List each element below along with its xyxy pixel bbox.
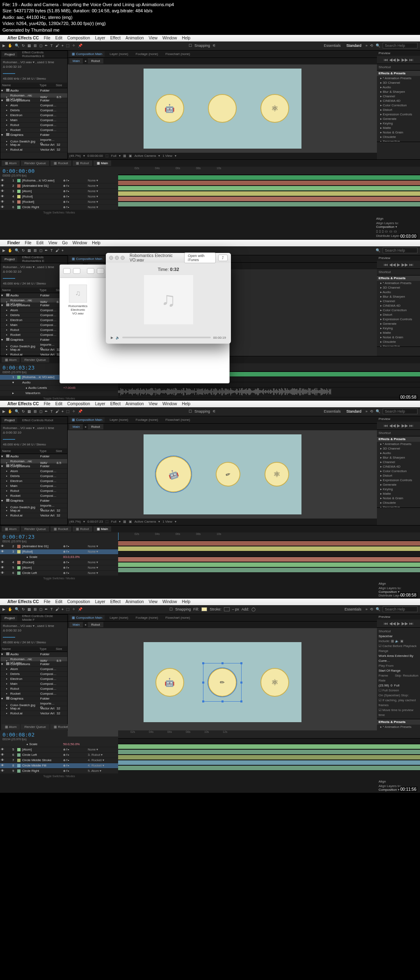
- project-item[interactable]: ▪Robot.aiVector Art32: [0, 513, 67, 518]
- tab-project[interactable]: Project: [2, 52, 17, 57]
- workspace-standard[interactable]: Standard: [345, 43, 363, 48]
- menu-animation[interactable]: Animation: [126, 36, 144, 40]
- fx-category[interactable]: ▸ Matte: [377, 491, 420, 496]
- align-right-icon[interactable]: ▯: [382, 230, 383, 233]
- fx-category[interactable]: ▸ Obsolete: [377, 500, 420, 505]
- project-item[interactable]: ▪RocketComposi…: [0, 333, 67, 337]
- tl-tab-rocket[interactable]: ▦ Rocket: [50, 161, 71, 166]
- snapping-toggle[interactable]: Snapping: [194, 44, 210, 48]
- project-item[interactable]: ▾GraphicsFolder: [0, 337, 67, 342]
- fx-category[interactable]: ▸ Matte: [377, 330, 420, 335]
- fx-category[interactable]: ▸ Audio: [377, 85, 420, 90]
- layer-row[interactable]: 👁7Circle Middle Stroke⊕ f⚬4. Rocket ▾: [0, 758, 118, 763]
- fx-category[interactable]: ▸ Keying: [377, 121, 420, 126]
- fx-category[interactable]: ▸ Generate: [377, 321, 420, 326]
- fx-category[interactable]: ▸ Noise & Grain: [377, 496, 420, 500]
- tab-layer[interactable]: Layer (none): [107, 51, 130, 57]
- robot-circle[interactable]: 🤖: [155, 668, 184, 697]
- fx-category[interactable]: ▸ Perspective: [377, 344, 420, 347]
- fx-category[interactable]: ▸ CINEMA 4D: [377, 303, 420, 308]
- menu-view[interactable]: View: [149, 36, 158, 40]
- view-count[interactable]: 1 View: [162, 154, 172, 158]
- anchor-tool-icon[interactable]: ⊞: [34, 44, 37, 48]
- layer-row[interactable]: 👁8Circle Middle Fill⊕ f⚬4. Rocket ▾: [0, 763, 118, 769]
- footer-icon[interactable]: ⬚: [105, 154, 109, 158]
- fx-category[interactable]: ▸ Color Correction: [377, 469, 420, 473]
- minimize-icon[interactable]: [115, 256, 119, 260]
- tl-tab-atom[interactable]: ▦ Atom: [2, 161, 20, 166]
- back-button[interactable]: [63, 268, 71, 274]
- fx-category[interactable]: ▸ Channel: [377, 299, 420, 303]
- fx-category[interactable]: ▸ Noise & Grain: [377, 335, 420, 340]
- layer-row[interactable]: 👁6Circle Left⊕ f⚬None ▾: [0, 571, 118, 576]
- tl-tab-rq[interactable]: Render Queue: [21, 161, 49, 166]
- camera-view[interactable]: Active Camera: [135, 154, 156, 158]
- project-item[interactable]: ▪ElectronComposi…: [0, 677, 67, 682]
- search-help-input[interactable]: [383, 248, 418, 253]
- open-with-button[interactable]: Open with iTunes: [184, 252, 216, 263]
- fx-category[interactable]: ▸ Noise & Grain: [377, 130, 420, 135]
- selection-bounds[interactable]: [203, 663, 242, 702]
- layer-row[interactable]: 👁2[Animated line 01]⊕ f⚬None ▾: [0, 184, 118, 189]
- layer-row[interactable]: ⬥ Scale83.0,83.0%: [0, 555, 118, 560]
- layer-row[interactable]: 👁1[Roboma…ic VO.wav]⊕ f⚬None ▾: [0, 178, 118, 184]
- project-item[interactable]: ▾AudioFolder: [0, 652, 67, 657]
- close-icon[interactable]: [109, 256, 113, 260]
- atom-circle[interactable]: ⚛: [260, 668, 289, 697]
- fx-category[interactable]: ▸ * Animation Presets: [377, 725, 420, 729]
- view-list-button[interactable]: [97, 268, 104, 274]
- layer-row[interactable]: 👁3[Atom]⊕ f⚬None ▾: [0, 189, 118, 194]
- canvas-artwork[interactable]: 🤖 ✏ ⚛: [144, 434, 301, 514]
- fx-category[interactable]: ▸ Blur & Sharpen: [377, 294, 420, 299]
- tab-footage[interactable]: Footage (none): [133, 51, 161, 57]
- fx-category[interactable]: ▸ Keying: [377, 326, 420, 330]
- project-item[interactable]: ▪DebrisComposi…: [0, 672, 67, 677]
- menu-window[interactable]: Window: [162, 36, 177, 40]
- search-help-input[interactable]: [383, 43, 418, 48]
- fx-category[interactable]: ▸ Perspective: [377, 505, 420, 507]
- project-item[interactable]: ▪RocketComposi…: [0, 128, 67, 133]
- align-left-icon[interactable]: ▯: [376, 230, 378, 233]
- project-item[interactable]: ▪RobotComposi…: [0, 686, 67, 691]
- robot-circle-selected[interactable]: 🤖: [151, 452, 196, 497]
- tl-tab-main[interactable]: ▦ Main: [94, 161, 112, 166]
- play-icon[interactable]: ▶: [397, 57, 400, 62]
- align-hcenter-icon[interactable]: ▯: [379, 230, 381, 233]
- project-item[interactable]: ▪Color-Swatch.jpgImporte…G: [0, 503, 67, 508]
- canvas-artwork[interactable]: 🤖 ✏ ⚛: [144, 642, 301, 722]
- project-item[interactable]: ▪Robot.aiVector Art32: [0, 147, 67, 152]
- project-item[interactable]: ▪AtomComposi…: [0, 103, 67, 108]
- project-item[interactable]: ▾GraphicsFolder: [0, 498, 67, 503]
- grid-icon[interactable]: ▦: [123, 154, 126, 158]
- layer-row[interactable]: 👁3[Robot]⊕ f⚬None ▾: [0, 549, 118, 555]
- fx-category[interactable]: ▸ Expression Controls: [377, 478, 420, 482]
- hand-tool-icon[interactable]: ✋: [8, 44, 12, 48]
- project-item[interactable]: ▪AtomComposi…: [0, 308, 67, 313]
- project-item[interactable]: ▪Robot.aiVector Art32: [0, 352, 67, 356]
- menu-view[interactable]: View: [48, 241, 57, 245]
- snapping-icon[interactable]: ⚟: [212, 44, 216, 48]
- fx-category[interactable]: ▸ Color Correction: [377, 103, 420, 108]
- playhead-time[interactable]: 0:00:00:00: [87, 154, 103, 158]
- project-item[interactable]: ▪Robot.aiVector Art32: [0, 711, 67, 716]
- layer-row[interactable]: 👁4[Rocket]⊕ f⚬None ▾: [0, 560, 118, 565]
- layer-row[interactable]: 👁5[Atom]⊕ f⚬None ▾: [0, 565, 118, 571]
- progress-bar[interactable]: [122, 337, 211, 338]
- zoom-level[interactable]: (49.7%): [69, 154, 81, 158]
- prev-frame-icon[interactable]: ◀◀: [389, 57, 396, 62]
- fx-category[interactable]: ▸ Obsolete: [377, 340, 420, 344]
- project-item[interactable]: ▪Roboman…nic VO.wavWAV8.5: [0, 459, 67, 464]
- time-ruler[interactable]: 02s 04s 06s 08s 10s: [118, 167, 420, 175]
- fx-category[interactable]: ▸ 3D Channel: [377, 80, 420, 85]
- project-item[interactable]: ▾AudioFolder: [0, 293, 67, 298]
- fx-category[interactable]: ▸ CINEMA 4D: [377, 99, 420, 103]
- fx-category[interactable]: ▸ Obsolete: [377, 135, 420, 139]
- fx-category[interactable]: ▸ Keying: [377, 487, 420, 491]
- pen-tool-icon[interactable]: ✒: [45, 44, 48, 48]
- layer-row[interactable]: 👁2[Animated line 01]⊕ f⚬None ▾: [0, 544, 118, 549]
- text-tool-icon[interactable]: T: [50, 44, 53, 48]
- fill-label[interactable]: Fill:: [193, 607, 199, 611]
- atom-circle[interactable]: ⚛: [265, 462, 289, 487]
- timecode[interactable]: 0:00:00:00: [2, 168, 34, 174]
- canvas-artwork[interactable]: 🤖 ⚛: [144, 69, 301, 149]
